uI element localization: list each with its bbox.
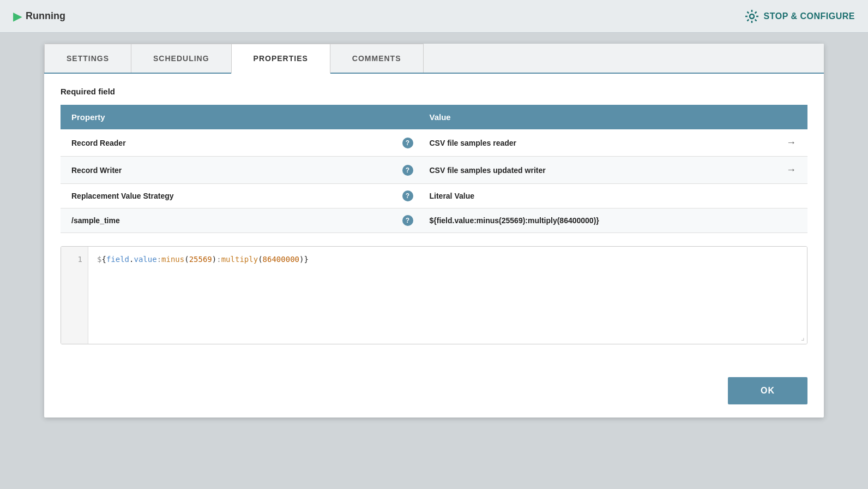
- code-colon-1: :: [157, 255, 161, 264]
- code-func-minus: minus: [161, 255, 184, 264]
- code-close-brace: }: [304, 255, 308, 264]
- code-line-numbers: 1: [61, 247, 88, 344]
- code-field-part: field: [106, 255, 129, 264]
- prop-name: Record Writer: [61, 157, 397, 184]
- table-row: Record Writer ? CSV file samples updated…: [61, 157, 807, 184]
- code-open-paren-2: (: [258, 255, 262, 264]
- code-editor[interactable]: 1 ${field.value:minus(25569):multiply(86…: [61, 246, 807, 344]
- svg-line-8: [747, 19, 749, 21]
- stop-configure-label: STOP & CONFIGURE: [764, 11, 855, 21]
- code-num-2: 86400000: [263, 255, 299, 264]
- main-dialog: SETTINGS SCHEDULING PROPERTIES COMMENTS …: [44, 44, 824, 418]
- tab-comments[interactable]: COMMENTS: [330, 44, 424, 73]
- code-value-part: value: [134, 255, 156, 264]
- top-bar: ▶ Running STOP & CONFIGURE: [0, 0, 868, 33]
- dialog-footer: OK: [44, 377, 824, 418]
- stop-configure-button[interactable]: STOP & CONFIGURE: [744, 9, 855, 24]
- code-close-paren-1: ): [212, 255, 216, 264]
- prop-name: Replacement Value Strategy: [61, 184, 397, 208]
- tab-settings[interactable]: SETTINGS: [44, 44, 131, 73]
- prop-name: Record Reader: [61, 129, 397, 157]
- prop-arrow-1[interactable]: →: [775, 157, 807, 184]
- prop-value: ${field.value:minus(25569):multiply(8640…: [419, 208, 775, 233]
- code-open-brace: {: [101, 255, 106, 264]
- play-icon: ▶: [13, 10, 21, 23]
- col-arrow-header: [775, 105, 807, 129]
- prop-name: /sample_time: [61, 208, 397, 233]
- tab-properties[interactable]: PROPERTIES: [231, 44, 330, 74]
- resize-handle[interactable]: ⌟: [801, 333, 805, 342]
- arrow-icon[interactable]: →: [786, 137, 796, 148]
- code-colon-2: :: [216, 255, 221, 264]
- svg-line-5: [747, 11, 749, 13]
- properties-table: Property Value Record Reader ? CSV file …: [61, 105, 807, 233]
- prop-help-icon-3[interactable]: ?: [397, 208, 419, 233]
- tab-bar: SETTINGS SCHEDULING PROPERTIES COMMENTS: [44, 44, 824, 74]
- help-icon[interactable]: ?: [402, 165, 413, 176]
- svg-line-7: [755, 11, 756, 13]
- gear-icon: [744, 9, 760, 24]
- code-num-1: 25569: [189, 255, 212, 264]
- help-icon[interactable]: ?: [402, 138, 413, 148]
- table-row: Replacement Value Strategy ? Literal Val…: [61, 184, 807, 208]
- prop-help-icon-0[interactable]: ?: [397, 129, 419, 157]
- tab-scheduling[interactable]: SCHEDULING: [131, 44, 232, 73]
- prop-arrow-0[interactable]: →: [775, 129, 807, 157]
- prop-value: Literal Value: [419, 184, 775, 208]
- col-value-header: Value: [419, 105, 775, 129]
- col-property-header: Property: [61, 105, 419, 129]
- code-func-multiply: multiply: [221, 255, 258, 264]
- required-field-label: Required field: [61, 87, 807, 96]
- table-row: /sample_time ? ${field.value:minus(25569…: [61, 208, 807, 233]
- prop-help-icon-2[interactable]: ?: [397, 184, 419, 208]
- running-indicator: ▶ Running: [13, 10, 65, 23]
- svg-line-6: [755, 19, 756, 21]
- prop-help-icon-1[interactable]: ?: [397, 157, 419, 184]
- table-row: Record Reader ? CSV file samples reader …: [61, 129, 807, 157]
- prop-value: CSV file samples reader: [419, 129, 775, 157]
- code-content-area[interactable]: ${field.value:minus(25569):multiply(8640…: [88, 247, 807, 344]
- prop-value: CSV file samples updated writer: [419, 157, 775, 184]
- code-open-paren-1: (: [184, 255, 189, 264]
- svg-point-0: [750, 14, 754, 19]
- prop-arrow-empty-2: [775, 184, 807, 208]
- line-number-1: 1: [67, 253, 82, 265]
- tab-content: Required field Property Value Record Rea…: [44, 74, 824, 377]
- running-label: Running: [26, 10, 65, 22]
- arrow-icon[interactable]: →: [786, 164, 796, 175]
- ok-button[interactable]: OK: [728, 377, 807, 404]
- prop-arrow-empty-3: [775, 208, 807, 233]
- help-icon[interactable]: ?: [402, 190, 413, 201]
- help-icon[interactable]: ?: [402, 215, 413, 226]
